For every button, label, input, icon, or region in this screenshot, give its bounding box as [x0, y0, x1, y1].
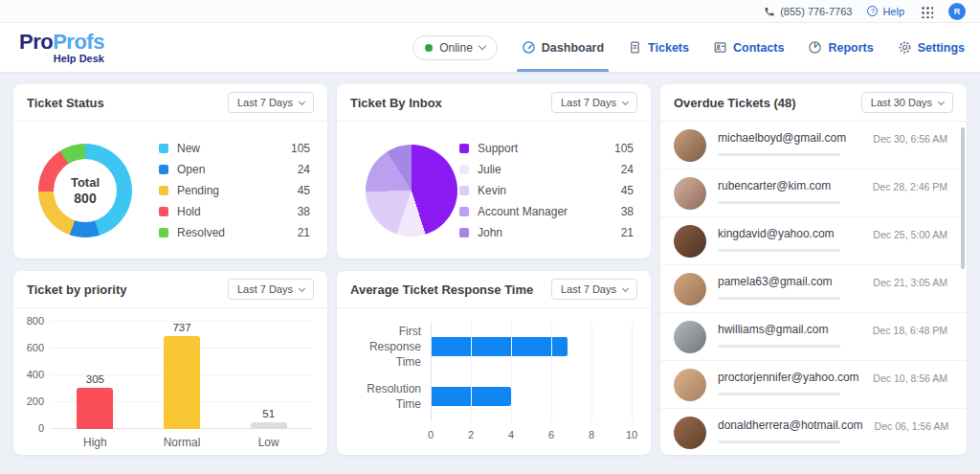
x-category-label: Low [225, 436, 312, 449]
main-navbar: ProProfs Help Desk Online Dashboard Tick… [0, 23, 980, 73]
online-dot-icon [425, 44, 433, 52]
ticket-by-inbox-card: Ticket By Inbox Last 7 Days Support105Ju… [337, 84, 651, 259]
legend-item: Kevin45 [459, 184, 634, 197]
ticket-progress-bar [718, 297, 840, 300]
legend-item: Julie24 [459, 163, 634, 176]
overdue-list-item[interactable]: donaldherrera@hotmail.comDec 06, 1:56 AM [660, 409, 967, 455]
date-range-dropdown[interactable]: Last 7 Days [228, 279, 314, 300]
online-status-dropdown[interactable]: Online [412, 35, 498, 60]
chevron-down-icon [622, 98, 629, 104]
overdue-list-item[interactable]: hwilliams@gmail.comDec 18, 6:48 PM [660, 313, 967, 361]
apps-grid-icon[interactable] [920, 5, 933, 18]
hbar-plot-area: 0246810 [431, 322, 632, 421]
overdue-list-item[interactable]: michaelboyd@gmail.comDec 30, 6:56 AM [660, 122, 967, 169]
x-tick-label: 6 [548, 429, 554, 440]
overdue-timestamp: Dec 18, 6:48 PM [873, 321, 947, 353]
chevron-down-icon [299, 284, 305, 291]
proprofs-logo[interactable]: ProProfs Help Desk [15, 32, 104, 64]
dashboard-content: Ticket Status Last 7 Days Total 800 New1… [0, 73, 980, 468]
legend-value: 45 [621, 184, 634, 197]
legend-swatch-icon [459, 207, 469, 216]
legend-label: Kevin [478, 184, 612, 197]
legend-swatch-icon [459, 228, 469, 237]
help-link[interactable]: ? Help [867, 6, 904, 17]
contact-email: donaldherrera@hotmail.com [718, 418, 863, 432]
overdue-tickets-card: Overdue Tickets (48) Last 30 Days michae… [660, 84, 967, 455]
card-title: Ticket By Inbox [350, 96, 442, 110]
overdue-item-body: kingdavid@yahoo.com [718, 225, 861, 258]
phone-contact[interactable]: (855) 776-7763 [764, 6, 852, 17]
overdue-item-body: donaldherrera@hotmail.com [718, 417, 863, 449]
card-header: Average Ticket Response Time Last 7 Days [337, 271, 651, 308]
ticket-progress-bar [718, 393, 840, 395]
chevron-down-icon [622, 284, 629, 291]
contact-avatar [674, 225, 706, 258]
logo-subtitle: Help Desk [54, 54, 104, 64]
ticket-progress-bar [718, 153, 840, 156]
bar-value-label: 51 [262, 408, 275, 419]
user-avatar[interactable]: R [948, 3, 966, 20]
gear-icon [898, 40, 912, 55]
scrollbar-thumb[interactable] [961, 127, 965, 269]
legend-swatch-icon [159, 207, 168, 216]
y-tick-label: 600 [27, 342, 44, 353]
legend-item: Pending45 [159, 184, 310, 197]
x-tick-label: 0 [428, 429, 434, 440]
legend-label: Julie [478, 163, 612, 176]
legend-value: 105 [614, 142, 634, 155]
legend-value: 38 [621, 205, 634, 218]
date-range-label: Last 7 Days [237, 97, 293, 108]
ticket-icon [628, 40, 642, 55]
card-header: Ticket by priority Last 7 Days [13, 271, 327, 308]
overdue-list-item[interactable]: rubencarter@kim.comDec 28, 2:46 PM [660, 169, 967, 217]
contact-avatar [674, 369, 706, 401]
x-tick-label: 10 [626, 429, 637, 440]
legend-item: Open24 [159, 163, 310, 176]
card-body: Support105Julie24Kevin45Account Manager3… [337, 122, 651, 259]
bar-value-label: 737 [172, 322, 190, 333]
contact-card-icon [713, 40, 727, 55]
tab-reports[interactable]: Reports [808, 23, 873, 72]
card-body: 0200400600800 30573751 HighNormalLow [13, 308, 327, 455]
legend-swatch-icon [159, 144, 168, 153]
date-range-dropdown[interactable]: Last 7 Days [228, 92, 314, 113]
gridline [511, 322, 512, 421]
tab-contacts[interactable]: Contacts [713, 23, 784, 72]
date-range-dropdown[interactable]: Last 7 Days [551, 279, 637, 300]
chevron-down-icon [938, 98, 945, 104]
card-title: Ticket by priority [27, 282, 127, 297]
card-body: First Response TimeResolution Time 02468… [337, 308, 651, 455]
legend-swatch-icon [159, 186, 168, 195]
contact-avatar [674, 417, 706, 449]
date-range-dropdown[interactable]: Last 7 Days [551, 92, 637, 113]
overdue-item-body: michaelboyd@gmail.com [718, 129, 861, 162]
logo-wordmark: ProProfs [19, 32, 104, 53]
legend-value: 24 [621, 163, 634, 176]
help-icon: ? [867, 6, 878, 16]
nav-menu: Online Dashboard Tickets Contacts Report… [412, 23, 965, 72]
donut-center-label: Total [71, 175, 100, 190]
legend-value: 38 [298, 205, 310, 218]
tab-label: Settings [918, 41, 965, 55]
overdue-list-item[interactable]: proctorjennifer@yahoo.comDec 10, 8:56 AM [660, 361, 967, 409]
date-range-dropdown[interactable]: Last 30 Days [861, 92, 953, 113]
overdue-list-item[interactable]: kingdavid@yahoo.comDec 25, 5:00 AM [660, 217, 967, 265]
legend-swatch-icon [159, 228, 168, 237]
legend-value: 105 [291, 142, 310, 155]
tab-settings[interactable]: Settings [898, 23, 965, 72]
legend-value: 21 [298, 226, 310, 239]
card-header: Ticket By Inbox Last 7 Days [337, 84, 651, 122]
overdue-timestamp: Dec 10, 8:56 AM [873, 369, 947, 401]
card-header: Overdue Tickets (48) Last 30 Days [660, 84, 967, 122]
overdue-list-item[interactable]: pamela63@gmail.comDec 21, 3:05 AM [660, 265, 967, 313]
tab-tickets[interactable]: Tickets [628, 23, 689, 72]
legend-value: 24 [298, 163, 310, 176]
overdue-timestamp: Dec 30, 6:56 AM [873, 129, 947, 162]
contact-email: rubencarter@kim.com [718, 179, 861, 192]
donut-center-value: 800 [74, 191, 96, 206]
y-tick-label: 400 [27, 369, 44, 380]
overdue-item-body: pamela63@gmail.com [718, 273, 861, 305]
contact-avatar [674, 129, 706, 162]
date-range-label: Last 7 Days [561, 283, 616, 295]
tab-dashboard[interactable]: Dashboard [522, 23, 604, 72]
